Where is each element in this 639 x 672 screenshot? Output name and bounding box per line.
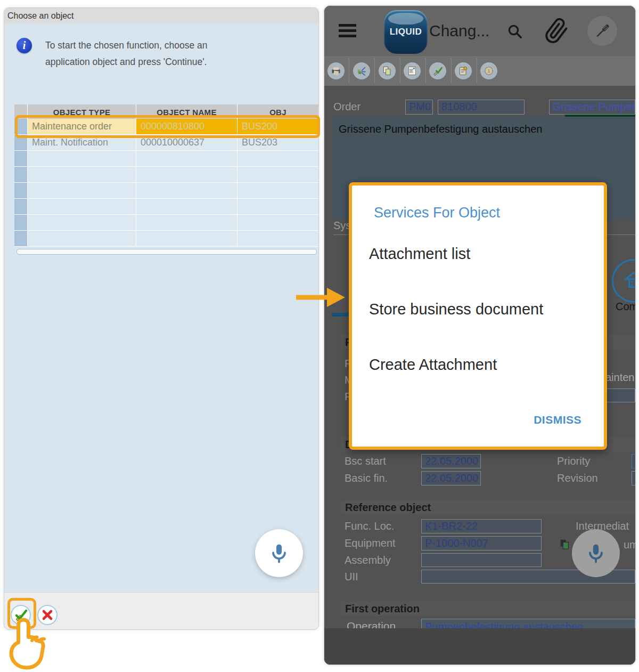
annotation-arrow bbox=[294, 287, 347, 308]
horizontal-scrollbar[interactable] bbox=[17, 249, 317, 255]
header-object-cat: OBJ bbox=[237, 104, 318, 119]
first-operation-bar: First operation bbox=[341, 602, 635, 616]
edit-check-icon[interactable] bbox=[429, 62, 446, 79]
revision-label: Revision bbox=[557, 472, 598, 484]
bottom-spacer bbox=[324, 628, 635, 665]
tutorial-figure: Choose an object i To start the chosen f… bbox=[0, 0, 639, 672]
cell-object-name[interactable]: 000010000637 bbox=[136, 135, 237, 151]
screen-title: Chang... bbox=[429, 22, 489, 40]
reference-object-bar: Reference object bbox=[341, 500, 635, 514]
dialog-title: Services For Object bbox=[374, 205, 500, 221]
table-row-empty[interactable] bbox=[14, 215, 318, 231]
hierarchy-icon[interactable] bbox=[353, 62, 370, 79]
func-loc-label: Func. Loc. bbox=[345, 520, 394, 532]
annotation-hand-pointer bbox=[5, 617, 65, 670]
order-label: Order bbox=[333, 101, 361, 113]
revision-field[interactable] bbox=[632, 471, 636, 485]
object-table: OBJECT TYPE OBJECT NAME OBJ Maintenance … bbox=[14, 104, 318, 247]
menu-item-create-attachment[interactable]: Create Attachment bbox=[369, 356, 497, 374]
row-selector[interactable] bbox=[14, 119, 28, 135]
cell-object-type[interactable]: Maintenance order bbox=[28, 119, 136, 135]
bsc-start-label: Bsc start bbox=[345, 455, 386, 467]
voice-mic-button[interactable] bbox=[255, 529, 303, 577]
hamburger-menu-icon[interactable] bbox=[339, 24, 356, 38]
cell-object-cat[interactable]: BUS200 bbox=[237, 119, 318, 135]
equipment-label: Equipment bbox=[345, 537, 396, 549]
table-row-maint-notification[interactable]: Maint. Notification 000010000637 BUS203 bbox=[14, 135, 318, 151]
priority-field[interactable] bbox=[632, 454, 636, 468]
components-tab-label[interactable]: Comp bbox=[616, 301, 636, 313]
coin-one-icon[interactable]: 1 bbox=[480, 62, 497, 79]
order-type-field[interactable]: PM01 bbox=[405, 100, 433, 115]
table-row-empty[interactable] bbox=[14, 167, 318, 183]
field-fragment bbox=[605, 388, 635, 402]
order-desc-field[interactable]: Grissene Pumpenb bbox=[549, 100, 635, 115]
info-text-line1: To start the chosen function, choose an bbox=[45, 40, 208, 51]
print-icon[interactable] bbox=[327, 62, 345, 79]
liquid-logo: LIQUID bbox=[384, 10, 428, 54]
bsc-start-field[interactable]: 22.05.2000 bbox=[421, 454, 481, 468]
svg-text:1: 1 bbox=[487, 68, 490, 74]
logo-text: LIQUID bbox=[390, 27, 422, 37]
header-selector-cell bbox=[14, 104, 28, 119]
row-selector[interactable] bbox=[14, 135, 28, 151]
priority-label: Priority bbox=[557, 455, 590, 467]
services-for-object-dialog: Services For Object Attachment list Stor… bbox=[349, 182, 607, 450]
info-text-line2: application object and press 'Continue'. bbox=[45, 56, 207, 68]
assembly-label: Assembly bbox=[345, 554, 391, 566]
dismiss-button[interactable]: DISMISS bbox=[534, 414, 581, 426]
tool-screwdriver-icon bbox=[593, 22, 611, 40]
info-icon: i bbox=[17, 38, 32, 53]
menu-item-store-business-document[interactable]: Store business document bbox=[369, 301, 543, 318]
header-object-name: OBJECT NAME bbox=[136, 104, 237, 119]
attachment-paperclip-icon[interactable] bbox=[544, 18, 569, 46]
basic-fin-field[interactable]: 22.05.2000 bbox=[421, 471, 481, 485]
microphone-icon bbox=[584, 541, 608, 565]
microphone-icon bbox=[267, 541, 291, 565]
services-for-object-button[interactable] bbox=[587, 16, 617, 46]
table-row-maintenance-order[interactable]: Maintenance order 000000810800 BUS200 bbox=[14, 119, 318, 135]
basic-fin-label: Basic fin. bbox=[345, 472, 388, 484]
copy-pages-icon[interactable] bbox=[559, 538, 570, 553]
table-header-row: OBJECT TYPE OBJECT NAME OBJ bbox=[14, 104, 318, 119]
value-fragment-um: um bbox=[624, 539, 636, 551]
choose-object-screen: Choose an object i To start the chosen f… bbox=[4, 7, 319, 630]
copy-documents-icon[interactable] bbox=[379, 62, 396, 79]
voice-mic-button-dimmed[interactable] bbox=[572, 529, 620, 577]
clipboard-bell-icon[interactable] bbox=[455, 62, 472, 79]
menu-item-attachment-list[interactable]: Attachment list bbox=[369, 245, 470, 263]
table-row-empty[interactable] bbox=[14, 199, 318, 215]
uii-label: UII bbox=[345, 571, 358, 583]
order-number-field[interactable]: 810800 bbox=[438, 100, 525, 115]
equipment-field[interactable]: P-1000-N007 bbox=[421, 536, 542, 550]
cell-object-cat[interactable]: BUS203 bbox=[237, 135, 318, 151]
table-row-empty[interactable] bbox=[14, 151, 318, 167]
header-object-type: OBJECT TYPE bbox=[28, 104, 136, 119]
dialog-title: Choose an object bbox=[4, 8, 318, 24]
table-row-empty[interactable] bbox=[14, 231, 318, 247]
cell-object-type[interactable]: Maint. Notification bbox=[28, 135, 136, 151]
value-fragment: ainten bbox=[605, 371, 635, 384]
search-icon[interactable] bbox=[507, 23, 523, 42]
sap-toolbar: 1 SAVE bbox=[324, 56, 635, 86]
table-row-empty[interactable] bbox=[14, 183, 318, 199]
func-loc-field[interactable]: K1-BR2-22 bbox=[421, 519, 542, 533]
document-icon[interactable] bbox=[404, 62, 421, 79]
components-tab-icon[interactable] bbox=[612, 259, 636, 303]
cell-object-name[interactable]: 000000810800 bbox=[136, 119, 237, 135]
assembly-field[interactable] bbox=[421, 553, 542, 567]
